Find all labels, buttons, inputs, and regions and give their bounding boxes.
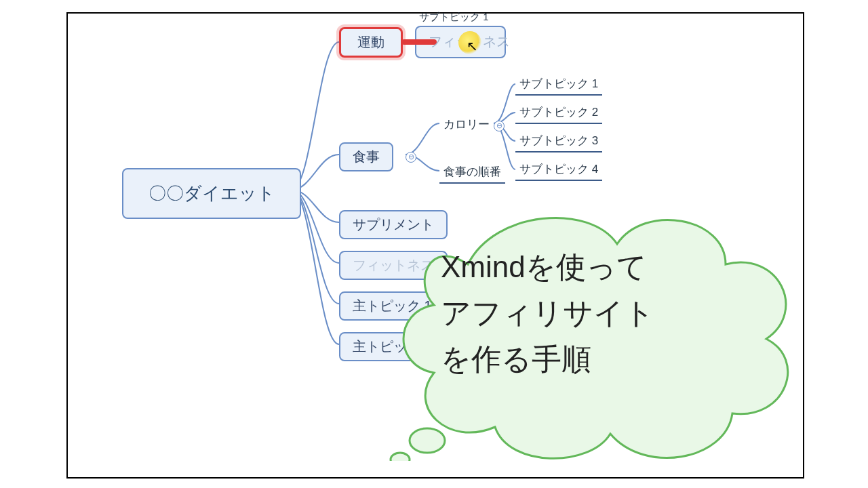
callout-line-1: Xmindを使って [441, 244, 654, 290]
subtopic-2[interactable]: サブトピック 2 [515, 104, 602, 124]
instruction-banner-label: 選択+ドラッグ移動 [92, 424, 293, 455]
subtopic-calorie[interactable]: カロリー [439, 117, 494, 135]
collapse-toggle-calorie[interactable]: ⊖ [494, 121, 505, 131]
instruction-banner: 選択+ドラッグ移動 [68, 412, 418, 466]
drag-target-fitness[interactable]: フィットネス ↖ [415, 26, 506, 58]
branch-exercise[interactable]: 運動 [339, 27, 403, 58]
callout-line-3: を作る手順 [441, 336, 654, 382]
subtopic-4[interactable]: サブトピック 4 [515, 161, 602, 181]
subtopic-3[interactable]: サブトピック 3 [515, 133, 602, 152]
subtopic-header-exercise: サブトピック 1 [419, 11, 489, 24]
mindmap-canvas[interactable]: 〇〇ダイエット 運動 サブトピック 1 フィットネス ↖ 食事 ⊖ カロリー ⊖… [68, 14, 803, 477]
subtopic-1[interactable]: サブトピック 1 [515, 76, 602, 96]
stage: 〇〇ダイエット 運動 サブトピック 1 フィットネス ↖ 食事 ⊖ カロリー ⊖… [0, 0, 868, 488]
callout-text: Xmindを使って アフィリサイト を作る手順 [441, 244, 654, 383]
collapse-toggle-meal[interactable]: ⊖ [406, 152, 416, 163]
cursor-highlight [458, 31, 481, 54]
subtopic-meal-order[interactable]: 食事の順番 [439, 164, 505, 184]
slide-frame: 〇〇ダイエット 運動 サブトピック 1 フィットネス ↖ 食事 ⊖ カロリー ⊖… [66, 12, 804, 479]
root-topic[interactable]: 〇〇ダイエット [122, 168, 301, 219]
callout-line-2: アフィリサイト [441, 290, 654, 336]
callout-cloud: Xmindを使って アフィリサイト を作る手順 [387, 190, 800, 461]
branch-meal[interactable]: 食事 [339, 142, 393, 171]
